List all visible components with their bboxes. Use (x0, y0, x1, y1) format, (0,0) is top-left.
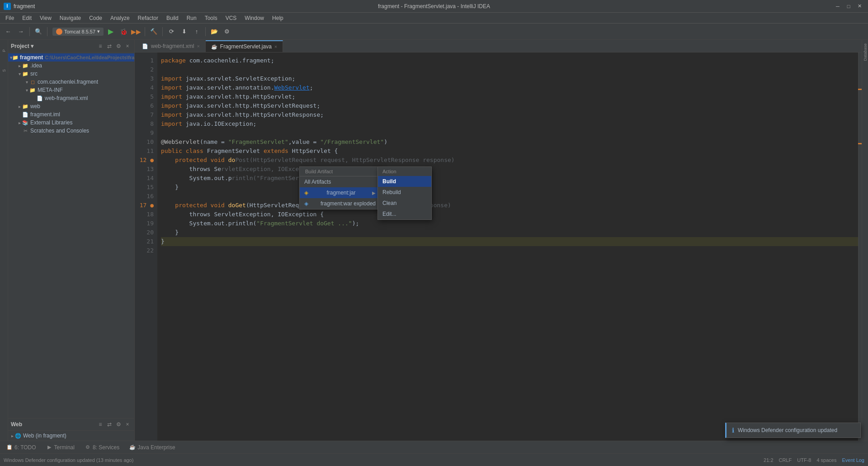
tree-item-fragmentiml[interactable]: ▸ 📄 fragment.iml (8, 110, 134, 119)
submenu-rebuild[interactable]: Rebuild (378, 187, 431, 198)
tree-item-scratches[interactable]: ▸ ✂ Scratches and Consoles (8, 127, 134, 135)
toolbar: ← → 🔍 Tomcat 8.5.57 ▾ ▶ 🐞 ▶▶ 🔨 ⟳ ⬇ ↑ 📂 ⚙ (0, 24, 868, 40)
tree-item-web[interactable]: ▸ 📁 web (8, 102, 134, 110)
debug-button[interactable]: 🐞 (118, 26, 129, 37)
menu-edit[interactable]: Edit (19, 14, 35, 22)
build-artifact-jar[interactable]: ◈ fragment:jar ▶ (300, 187, 380, 198)
build-artifact-all[interactable]: All Artifacts (300, 176, 380, 187)
menu-code[interactable]: Code (85, 14, 106, 22)
project-collapse-button[interactable]: ≡ (96, 42, 104, 50)
app-title: fragment (14, 3, 35, 10)
search-button[interactable]: 🔍 (33, 26, 44, 37)
tree-item-src[interactable]: ▾ 📁 src (8, 70, 134, 78)
build-button[interactable]: 🔨 (148, 26, 159, 37)
project-settings-button[interactable]: ⚙ (114, 42, 123, 50)
tree-item-metainf[interactable]: ▾ 📁 META-INF (8, 86, 134, 94)
web-align-button[interactable]: ≡ (96, 420, 104, 428)
tree-arrow-web-infragment: ▸ (10, 433, 14, 438)
minimize-button[interactable]: ─ (833, 2, 843, 10)
tab-todo[interactable]: 📋 6: TODO (2, 443, 41, 452)
web-close-button[interactable]: × (123, 420, 132, 428)
tree-icon-idea: 📁 (22, 62, 29, 69)
tree-icon-scratches: ✂ (22, 127, 29, 134)
tomcat-config-selector[interactable]: Tomcat 8.5.57 ▾ (52, 28, 104, 36)
tree-icon-package: ◻ (29, 78, 36, 86)
menu-analyze[interactable]: Analyze (107, 14, 133, 22)
fragment-submenu: Action Build Rebuild Clean Edit... (377, 166, 432, 220)
right-sidebar-icons: Database (862, 40, 868, 441)
maximize-button[interactable]: □ (844, 2, 854, 10)
menu-help[interactable]: Help (269, 14, 287, 22)
tab-terminal[interactable]: ▶ Terminal (42, 443, 79, 452)
settings-button[interactable]: ⚙ (222, 26, 232, 37)
tree-root-fragment[interactable]: ▾ 📁 fragment C:\Users\CaoChenLei\IdeaPro… (8, 53, 134, 62)
vcs-update-button[interactable]: ⬇ (179, 26, 189, 37)
tab-web-fragment-xml[interactable]: 📄 web-fragment.xml × (137, 40, 206, 52)
tree-label-idea: .idea (30, 62, 42, 69)
tab-close-xml[interactable]: × (197, 43, 199, 49)
code-line-1: package com.caochenlei.fragment; (161, 56, 858, 65)
project-view-icon[interactable]: P (0, 42, 8, 60)
encoding[interactable]: UTF-8 (797, 457, 811, 463)
tree-arrow-idea: ▸ (17, 63, 22, 68)
error-indicator-2 (858, 143, 862, 144)
jar-label: fragment:jar (326, 190, 355, 196)
menu-navigate[interactable]: Navigate (56, 14, 85, 22)
submenu-build[interactable]: Build (378, 176, 431, 187)
build-artifact-war[interactable]: ◈ fragment:war exploded (300, 198, 380, 209)
run-button[interactable]: ▶ (105, 26, 116, 37)
sync-button[interactable]: ⟳ (166, 26, 177, 37)
vcs-push-button[interactable]: ↑ (191, 26, 202, 37)
tree-item-package[interactable]: ▾ ◻ com.caochenlei.fragment (8, 78, 134, 86)
web-panel-header: Web ≡ ⇄ ⚙ × (8, 418, 134, 431)
menu-view[interactable]: View (36, 14, 55, 22)
back-button[interactable]: ← (3, 26, 14, 37)
line-ending[interactable]: CRLF (779, 457, 792, 463)
project-structure-button[interactable]: 📂 (209, 26, 220, 37)
menu-window[interactable]: Window (241, 14, 268, 22)
menu-build[interactable]: Build (163, 14, 182, 22)
toolbar-separator-5 (205, 27, 206, 36)
menu-run[interactable]: Run (183, 14, 200, 22)
tree-item-webfragment[interactable]: ▸ 📄 web-fragment.xml (8, 94, 134, 102)
code-line-2 (161, 65, 858, 74)
indent[interactable]: 4 spaces (816, 457, 836, 463)
project-panel-title: Project ▾ (11, 43, 33, 49)
web-settings-button[interactable]: ⚙ (114, 420, 123, 428)
menu-vcs[interactable]: VCS (222, 14, 241, 22)
tree-item-web-infragment[interactable]: ▸ 🌐 Web (in fragment) (8, 432, 134, 440)
right-indicator (858, 52, 862, 441)
cursor-position[interactable]: 21:2 (764, 457, 773, 463)
war-icon: ◈ (304, 200, 308, 207)
project-close-button[interactable]: × (123, 42, 132, 50)
tree-item-idea[interactable]: ▸ 📁 .idea (8, 62, 134, 70)
tab-services[interactable]: ⚙ 8: Services (80, 443, 124, 452)
tree-item-external-libs[interactable]: ▸ 📚 External Libraries (8, 119, 134, 127)
forward-button[interactable]: → (15, 26, 26, 37)
menu-refactor[interactable]: Refactor (134, 14, 162, 22)
todo-icon: 📋 (6, 444, 13, 451)
tab-fragment-servlet[interactable]: ☕ FragmentServlet.java × (206, 40, 283, 52)
coverage-button[interactable]: ▶▶ (131, 26, 142, 37)
tab-java-enterprise[interactable]: ☕ Java Enterprise (125, 443, 179, 452)
tree-label-metainf: META-INF (38, 87, 63, 93)
database-icon[interactable]: Database (863, 43, 868, 61)
menu-tools[interactable]: Tools (201, 14, 221, 22)
app-icon: I (4, 3, 11, 10)
close-button[interactable]: ✕ (854, 2, 864, 10)
services-icon: ⚙ (85, 444, 91, 451)
code-line-5: import javax.servlet.http.HttpServlet; (161, 92, 858, 101)
project-expand-button[interactable]: ⇄ (105, 42, 113, 50)
event-log[interactable]: Event Log (842, 457, 864, 463)
tab-icon-java: ☕ (211, 44, 217, 50)
submenu-clean[interactable]: Clean (378, 198, 431, 209)
submenu-edit[interactable]: Edit... (378, 209, 431, 219)
menu-file[interactable]: File (2, 14, 18, 22)
tab-close-java[interactable]: × (274, 44, 277, 49)
code-content[interactable]: package com.caochenlei.fragment; import … (157, 52, 858, 441)
web-expand-button[interactable]: ⇄ (105, 420, 113, 428)
code-line-15: } (161, 183, 858, 192)
structure-view-icon[interactable]: S (0, 62, 8, 80)
all-artifacts-label: All Artifacts (304, 179, 331, 185)
title-bar-center: fragment - FragmentServlet.java - Intell… (378, 3, 490, 10)
